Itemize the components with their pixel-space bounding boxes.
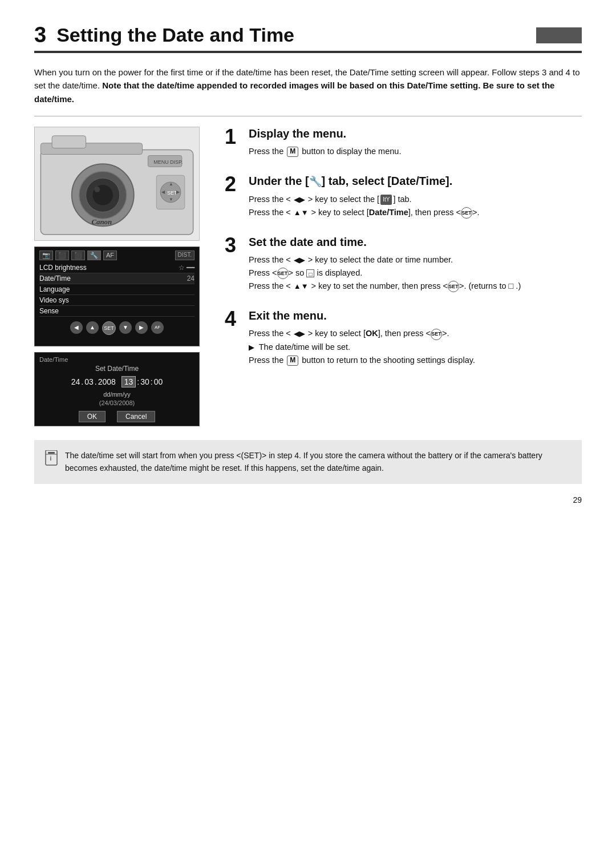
chapter-header: 3 Setting the Date and Time xyxy=(34,23,582,53)
menu-tab-active: 🔧 xyxy=(87,251,101,260)
menu-tab-2: ⬛ xyxy=(55,251,69,260)
menu-item-sense: Sense xyxy=(39,306,194,317)
step-3-body: Press the < ◀▶ > key to select the date … xyxy=(249,253,582,293)
step-3-heading: Set the date and time. xyxy=(249,235,582,249)
bullet-icon: ▶ xyxy=(249,342,254,354)
dt-button-row: OK Cancel xyxy=(39,411,194,422)
note-icon: i xyxy=(44,450,58,469)
menu-tab-1: 📷 xyxy=(39,251,53,260)
svg-text:▲: ▲ xyxy=(169,181,173,187)
step-2-body: Press the < ◀▶ > key to select the [ItY]… xyxy=(249,193,582,219)
menu-controls-bar: ◀ ▲ SET ▼ ▶ AF xyxy=(39,321,194,335)
ctrl-down: ▼ xyxy=(119,321,132,334)
m-button-icon-1: M xyxy=(287,147,298,157)
disp-label: DIST. xyxy=(175,251,194,260)
intro-text-bold: Note that the date/time appended to reco… xyxy=(34,80,554,103)
step-2: 2 Under the [🔧] tab, select [Date/Time].… xyxy=(225,174,582,219)
menu-item-language: Language xyxy=(39,284,194,295)
note-text-content: The date/time set will start from when y… xyxy=(65,451,542,473)
section-divider xyxy=(34,116,582,116)
arrow-lr-icon-3: ◀▶ xyxy=(294,255,305,267)
set-button-icon-2: SET xyxy=(461,207,472,219)
svg-text:▶: ▶ xyxy=(176,189,180,195)
svg-text:MENU DISP.: MENU DISP. xyxy=(153,159,183,165)
set-button-icon-4: SET xyxy=(431,329,442,340)
ctrl-right: ▶ xyxy=(135,321,148,334)
set-button-icon-3a: SET xyxy=(277,268,289,279)
menu-tab-5: AF xyxy=(103,251,117,260)
menu-item-datetime: Date/Time 24 xyxy=(39,273,194,284)
step-4-heading: Exit the menu. xyxy=(249,309,582,322)
dt-ok-button[interactable]: OK xyxy=(79,411,106,422)
set-button-icon-3b: SET xyxy=(448,281,459,292)
dt-preview: (24/03/2008) xyxy=(39,399,194,406)
menu-screen-image: 📷 ⬛ ⬛ 🔧 AF DIST. LCD brightness ☆ ━━ Dat… xyxy=(34,247,200,346)
step-1: 1 Display the menu. Press the M button t… xyxy=(225,127,582,158)
svg-rect-2 xyxy=(52,136,86,148)
ctrl-af: AF xyxy=(151,321,164,334)
chapter-bar-decoration xyxy=(536,27,582,43)
svg-text:Canon: Canon xyxy=(91,218,112,226)
chapter-number: 3 xyxy=(34,23,46,47)
step-4: 4 Exit the menu. Press the < ◀▶ > key to… xyxy=(225,309,582,367)
settings-tab-icon: ItY xyxy=(380,195,392,205)
dt-cancel-button[interactable]: Cancel xyxy=(117,411,155,422)
svg-text:◀: ◀ xyxy=(161,189,165,195)
svg-text:i: i xyxy=(50,455,52,462)
datetime-screen-image: Date/Time Set Date/Time 24 . 03 . 2008 1… xyxy=(34,352,200,426)
menu-item-lcd: LCD brightness ☆ ━━ xyxy=(39,263,194,273)
dt-format: dd/mm/yy xyxy=(39,391,194,398)
right-column: 1 Display the menu. Press the M button t… xyxy=(225,127,582,426)
arrow-lr-icon: ◀▶ xyxy=(294,194,305,206)
note-text: The date/time set will start from when y… xyxy=(65,449,572,475)
arrow-ud-icon-3: ▲▼ xyxy=(294,281,309,293)
menu-tab-bar: 📷 ⬛ ⬛ 🔧 AF DIST. xyxy=(39,251,194,260)
intro-paragraph: When you turn on the power for the first… xyxy=(34,66,582,106)
camera-image: MENU DISP. Canon SET ▲ ◀ ▶ ▼ xyxy=(34,127,200,241)
dt-date-row: 24 . 03 . 2008 13 : 30 : 00 xyxy=(39,376,194,387)
step-1-content: Display the menu. Press the M button to … xyxy=(249,127,582,158)
svg-rect-20 xyxy=(48,452,55,454)
arrow-lr-icon-4: ◀▶ xyxy=(294,328,305,340)
menu-tab-3: ⬛ xyxy=(71,251,85,260)
step-1-heading: Display the menu. xyxy=(249,127,582,140)
chapter-title: Setting the Date and Time xyxy=(56,24,526,46)
step-2-content: Under the [🔧] tab, select [Date/Time]. P… xyxy=(249,174,582,219)
arrow-ud-icon-2: ▲▼ xyxy=(294,207,309,219)
svg-point-7 xyxy=(94,187,100,192)
step-4-body: Press the < ◀▶ > key to select [OK], the… xyxy=(249,327,582,367)
main-content: MENU DISP. Canon SET ▲ ◀ ▶ ▼ 📷 ⬛ ⬛ 🔧 xyxy=(34,127,582,426)
step-4-number: 4 xyxy=(225,309,243,329)
menu-item-video: Video sys xyxy=(39,295,194,306)
dt-screen-title: Date/Time xyxy=(39,356,194,363)
ctrl-up: ▲ xyxy=(86,321,99,334)
step-3: 3 Set the date and time. Press the < ◀▶ … xyxy=(225,235,582,293)
step-1-body: Press the M button to display the menu. xyxy=(249,145,582,158)
ctrl-left: ◀ xyxy=(70,321,83,334)
ctrl-set: SET xyxy=(102,321,116,335)
step-3-number: 3 xyxy=(225,235,243,256)
menu-items-list: LCD brightness ☆ ━━ Date/Time 24 Languag… xyxy=(39,263,194,317)
left-column: MENU DISP. Canon SET ▲ ◀ ▶ ▼ 📷 ⬛ ⬛ 🔧 xyxy=(34,127,211,426)
step-2-number: 2 xyxy=(225,174,243,195)
dt-hour: 13 xyxy=(121,376,136,387)
svg-text:▼: ▼ xyxy=(169,196,173,201)
note-box: i The date/time set will start from when… xyxy=(34,440,582,484)
step-3-content: Set the date and time. Press the < ◀▶ > … xyxy=(249,235,582,293)
m-button-icon-2: M xyxy=(287,356,298,366)
page-number: 29 xyxy=(34,495,582,504)
step-1-number: 1 xyxy=(225,127,243,147)
dt-screen-subtitle: Set Date/Time xyxy=(39,365,194,373)
step-2-heading: Under the [🔧] tab, select [Date/Time]. xyxy=(249,174,582,188)
step-4-content: Exit the menu. Press the < ◀▶ > key to s… xyxy=(249,309,582,367)
